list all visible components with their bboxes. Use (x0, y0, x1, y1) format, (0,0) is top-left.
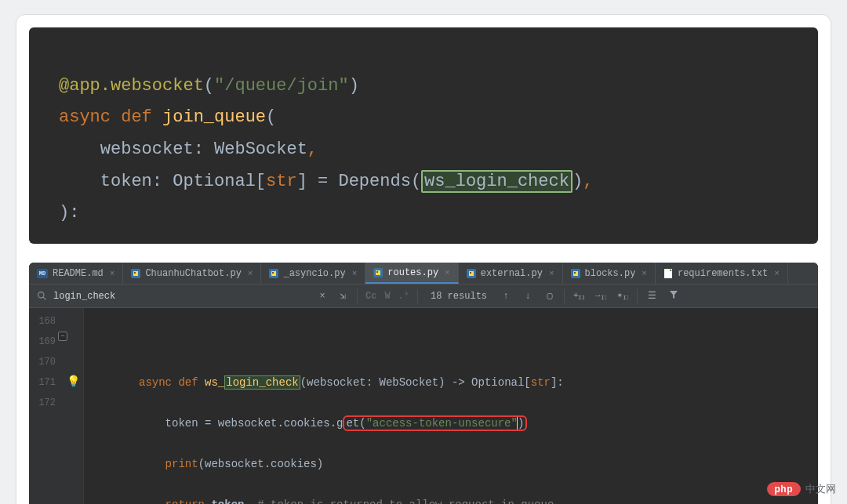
svg-point-15 (38, 292, 44, 298)
pin-icon[interactable]: ⇲ (336, 290, 349, 302)
comment-card: @app.websocket("/queue/join") async def … (16, 14, 831, 504)
tab-blocks[interactable]: blocks.py × (563, 263, 656, 284)
svg-rect-12 (666, 272, 671, 273)
svg-rect-13 (666, 274, 671, 274)
tab-external[interactable]: external.py × (459, 263, 563, 284)
tab-requirements[interactable]: requirements.txt × (656, 263, 788, 284)
svg-line-16 (43, 297, 45, 299)
ide-panel: MD README.md × ChuanhuChatbot.py × _asyn… (29, 263, 818, 504)
search-match-highlight: login_check (224, 375, 300, 390)
filter-icon[interactable] (667, 290, 680, 303)
red-annotation-box: et("access-token-unsecure") (343, 415, 527, 431)
svg-point-7 (470, 272, 471, 274)
addselection-icon[interactable]: +II (573, 289, 585, 303)
svg-point-9 (574, 272, 576, 274)
settings-icon[interactable]: ☰ (645, 290, 658, 302)
php-pill-icon: php (767, 482, 802, 496)
svg-text:✶: ✶ (617, 291, 623, 300)
code-lines[interactable]: async def ws_login_check(websocket: WebS… (84, 308, 564, 504)
svg-text:II: II (578, 294, 584, 300)
find-bar: × ⇲ Cc W .* 18 results ↑ ↓ ▢ +II →II ✶II (29, 285, 818, 308)
intention-bulb-icon[interactable]: 💡 (67, 372, 80, 393)
python-file-icon (131, 269, 140, 278)
close-icon[interactable]: × (642, 269, 647, 278)
tab-asyncio[interactable]: _asyncio.py × (261, 263, 365, 284)
tab-chuanhu[interactable]: ChuanhuChatbot.py × (123, 263, 261, 284)
svg-text:→: → (595, 291, 601, 300)
clear-search-icon[interactable]: × (316, 291, 329, 302)
svg-point-3 (272, 272, 274, 274)
site-name: 中文网 (805, 482, 836, 496)
regex-toggle[interactable]: .* (398, 291, 409, 302)
python-file-icon (269, 269, 278, 278)
svg-text:II: II (601, 294, 606, 300)
removeselection-icon[interactable]: →II (594, 289, 607, 303)
text-file-icon (663, 269, 673, 278)
line-number-gutter: 168 169 170 171 172 (29, 308, 60, 504)
highlighted-function-ref: ws_login_check (421, 170, 573, 193)
site-watermark: php 中文网 (767, 482, 837, 496)
svg-rect-14 (666, 275, 669, 276)
decorator: @app.websocket (59, 76, 204, 96)
close-icon[interactable]: × (248, 269, 253, 278)
editor-tabs: MD README.md × ChuanhuChatbot.py × _asyn… (29, 263, 818, 285)
close-icon[interactable]: × (352, 269, 358, 278)
select-all-icon[interactable]: ▢ (543, 290, 556, 302)
code-block-route-decorator: @app.websocket("/queue/join") async def … (29, 27, 818, 244)
search-input[interactable] (53, 291, 308, 302)
search-icon (29, 291, 53, 302)
close-icon[interactable]: × (110, 269, 115, 278)
match-word-toggle[interactable]: W (384, 291, 390, 302)
marker-gutter: 💡 (60, 308, 84, 504)
python-file-icon (571, 269, 580, 278)
close-icon[interactable]: × (445, 268, 450, 277)
python-file-icon (373, 268, 383, 277)
selectall-matches-icon[interactable]: ✶II (616, 289, 629, 303)
prev-match-icon[interactable]: ↑ (500, 291, 512, 302)
code-editor[interactable]: 168 169 170 171 172 💡 async def ws_login… (29, 308, 818, 504)
close-icon[interactable]: × (549, 269, 554, 278)
svg-point-1 (134, 272, 136, 274)
next-match-icon[interactable]: ↓ (522, 291, 534, 302)
search-results-count: 18 results (418, 291, 500, 302)
fold-toggle-icon[interactable] (58, 332, 67, 341)
tab-readme[interactable]: MD README.md × (29, 263, 123, 284)
markdown-file-icon: MD (37, 269, 48, 278)
close-icon[interactable]: × (774, 269, 780, 278)
tab-routes[interactable]: routes.py × (365, 263, 458, 284)
match-case-toggle[interactable]: Cc (365, 291, 376, 302)
svg-point-5 (376, 271, 378, 273)
svg-text:II: II (623, 294, 628, 300)
python-file-icon (467, 269, 476, 278)
